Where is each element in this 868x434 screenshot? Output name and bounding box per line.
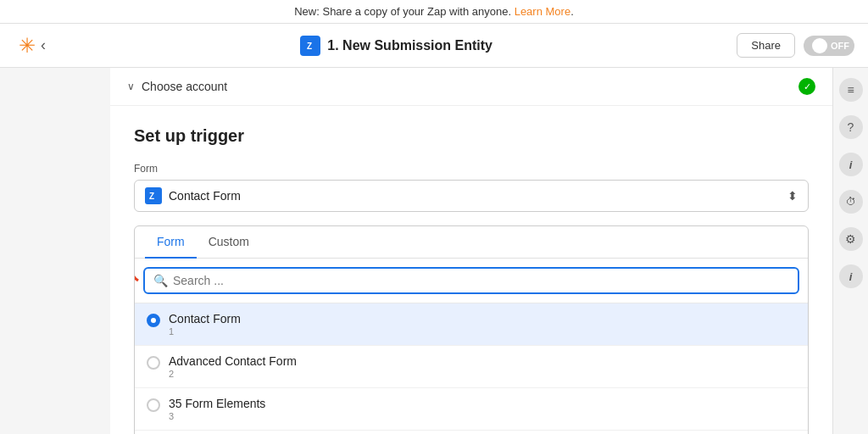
help-icon[interactable]: ? (839, 115, 863, 139)
setup-title: Set up trigger (134, 126, 809, 146)
section-title: Choose account (142, 80, 227, 93)
dropdown-arrow-icon: ⬍ (787, 189, 798, 203)
toggle-off-button[interactable]: OFF (804, 36, 854, 56)
main-layout: ∨ Choose account ✓ Set up trigger Form Z… (0, 68, 868, 434)
list-item-name: Advanced Contact Form (169, 354, 297, 368)
tab-form[interactable]: Form (145, 226, 197, 259)
svg-text:Z: Z (307, 42, 312, 51)
banner-text: New: Share a copy of your Zap with anyon… (294, 5, 514, 18)
radio-contact-form (147, 314, 160, 327)
zapier-logo[interactable]: ✳ (14, 32, 41, 59)
list-item[interactable]: Delivery Feedback 4 (135, 431, 808, 434)
zapier-star-icon: ✳ (19, 34, 36, 58)
settings-icon[interactable]: ⚙ (839, 227, 863, 251)
tab-custom[interactable]: Custom (197, 226, 261, 259)
tabs-row: Form Custom (135, 226, 808, 259)
list-item[interactable]: Advanced Contact Form 2 (135, 346, 808, 388)
left-sidebar (0, 68, 110, 434)
share-button[interactable]: Share (737, 33, 795, 58)
list-item-num: 3 (169, 411, 265, 421)
radio-35-form (147, 398, 160, 412)
search-input-wrapper: 🔍 (143, 267, 799, 294)
form-select-text: Contact Form (169, 189, 787, 203)
radio-advanced-contact (147, 356, 160, 370)
list-item-num: 2 (169, 369, 297, 379)
section-header[interactable]: ∨ Choose account ✓ (110, 68, 832, 106)
dropdown-panel: Form Custom (134, 225, 809, 434)
header-actions: Share OFF (737, 33, 854, 58)
chevron-down-icon: ∨ (127, 81, 135, 92)
svg-text:Z: Z (149, 192, 154, 201)
search-box-row: 🔍 (135, 259, 808, 303)
list-item[interactable]: 35 Form Elements 3 (135, 388, 808, 431)
info2-icon[interactable]: i (839, 264, 863, 288)
setup-area: Set up trigger Form Z Contact Form ⬍ (110, 106, 832, 434)
list-item-num: 1 (169, 326, 241, 337)
list-item[interactable]: Contact Form 1 (135, 303, 808, 346)
info-icon[interactable]: i (839, 153, 863, 176)
list-item-name: 35 Form Elements (169, 397, 265, 410)
right-sidebar: ≡ ? i ⏱ ⚙ i (832, 68, 868, 434)
form-select-icon: Z (145, 187, 162, 204)
section-check-icon: ✓ (798, 78, 815, 95)
center-content: ∨ Choose account ✓ Set up trigger Form Z… (110, 68, 832, 434)
panel: ∨ Choose account ✓ Set up trigger Form Z… (110, 68, 832, 434)
learn-more-link[interactable]: Learn More (515, 5, 570, 18)
list-item-name: Contact Form (169, 312, 241, 326)
clock-icon[interactable]: ⏱ (839, 190, 863, 214)
form-select-row[interactable]: Z Contact Form ⬍ (134, 180, 809, 212)
header-title-area: Z 1. New Submission Entity (56, 36, 737, 56)
search-icon: 🔍 (153, 274, 168, 287)
toggle-label: OFF (831, 41, 849, 51)
zap-icon: Z (300, 36, 320, 56)
list-container: Contact Form 1 Advanced Contact Form 2 (135, 303, 808, 434)
back-button[interactable]: ‹ (41, 36, 46, 54)
header-title: 1. New Submission Entity (327, 38, 492, 53)
top-banner: New: Share a copy of your Zap with anyon… (0, 0, 868, 24)
header: ✳ ‹ Z 1. New Submission Entity Share OFF (0, 24, 868, 68)
toggle-circle (812, 38, 827, 53)
form-field-label: Form (134, 163, 809, 175)
search-input[interactable] (173, 274, 789, 287)
menu-icon[interactable]: ≡ (839, 78, 863, 102)
